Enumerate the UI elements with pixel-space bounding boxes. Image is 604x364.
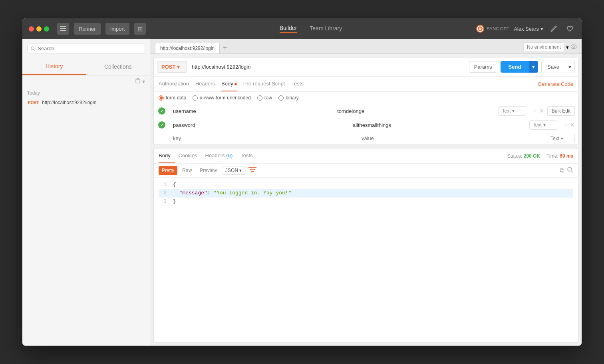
wrench-icon	[550, 25, 557, 32]
format-raw-button[interactable]: Raw	[179, 166, 195, 175]
tab-headers[interactable]: Headers	[195, 77, 215, 91]
search-response-button[interactable]	[567, 167, 573, 174]
env-chevron-icon: ▾	[566, 44, 569, 50]
minimize-button[interactable]	[36, 26, 42, 32]
bulk-edit-button[interactable]: Bulk Edit	[547, 106, 575, 116]
method-badge: POST	[28, 101, 39, 105]
time-value: 69 ms	[560, 153, 573, 159]
response-tabs-bar: Body Cookies Headers (6) Tests Status: 2…	[154, 148, 578, 164]
trash-button[interactable]	[135, 78, 141, 85]
params-button[interactable]: Params	[469, 61, 497, 73]
save-dropdown-button[interactable]: ▾	[565, 61, 575, 73]
raw-option[interactable]: raw	[257, 95, 272, 101]
send-button[interactable]: Send	[501, 61, 529, 73]
body-dot	[234, 83, 237, 85]
filter-chevron-button[interactable]: ▾	[142, 78, 145, 85]
sidebar-toggle-button[interactable]	[57, 23, 69, 35]
user-menu-button[interactable]: Alex Sears ▾	[514, 26, 543, 32]
save-button[interactable]: Save	[541, 61, 565, 73]
request-tab-url: http://localhost:9292/login	[160, 46, 215, 51]
type-chevron-icon: ▾	[512, 108, 515, 114]
tab-authorization[interactable]: Authorization	[159, 77, 189, 91]
value-input-2[interactable]	[350, 119, 529, 131]
new-tab-button[interactable]: ⊞	[134, 23, 146, 35]
format-type-label: JSON	[225, 168, 238, 173]
row-check-1[interactable]: ✓	[154, 104, 170, 118]
history-url: http://localhost:9292/login	[42, 100, 96, 105]
binary-option[interactable]: binary	[278, 95, 299, 101]
generate-code-button[interactable]: Generate Code	[538, 77, 573, 91]
nav-team-library-tab[interactable]: Team Library	[310, 25, 342, 33]
url-input[interactable]	[190, 61, 466, 72]
import-button[interactable]: Import	[105, 23, 130, 35]
tab-tests[interactable]: Tests	[291, 77, 303, 91]
binary-radio[interactable]	[278, 95, 284, 101]
type-select-1[interactable]: Text ▾	[498, 106, 526, 116]
empty-type-select[interactable]: Text ▾	[547, 134, 575, 143]
sidebar: History Collections ▾ Today POST http:	[22, 39, 150, 346]
method-label: POST	[161, 64, 175, 70]
request-tab[interactable]: http://localhost:9292/login	[155, 43, 220, 53]
environment-select[interactable]: No environment	[523, 42, 564, 52]
urlencoded-radio[interactable]	[193, 95, 198, 101]
row-check-2[interactable]: ✓	[154, 118, 170, 132]
raw-radio[interactable]	[257, 95, 262, 101]
code-key-message: "message": "You logged in. Yay you!"	[173, 189, 291, 198]
resp-tab-cookies[interactable]: Cookies	[179, 148, 202, 163]
svg-point-12	[573, 46, 574, 47]
heart-button[interactable]	[564, 23, 575, 34]
history-tab[interactable]: History	[22, 58, 86, 75]
copy-response-button[interactable]: ⧉	[560, 167, 564, 174]
row-menu-button-2[interactable]: ≡	[564, 122, 567, 128]
new-key-input[interactable]	[170, 132, 358, 144]
form-data-option[interactable]: form-data	[159, 95, 186, 101]
format-preview-button[interactable]: Preview	[197, 166, 220, 175]
type-select-2[interactable]: Text ▾	[529, 120, 557, 130]
eye-icon	[570, 44, 577, 49]
send-dropdown-button[interactable]: ▾	[529, 61, 538, 73]
sidebar-toolbar: ▾	[22, 75, 150, 87]
list-item[interactable]: POST http://localhost:9292/login	[27, 98, 145, 107]
svg-rect-1	[60, 28, 66, 29]
tab-pre-request-script[interactable]: Pre-request Script	[243, 77, 285, 91]
nav-builder-tab[interactable]: Builder	[280, 25, 297, 33]
user-chevron-icon: ▾	[540, 26, 543, 32]
sync-button[interactable]: SYNC OFF	[476, 24, 509, 33]
tab-body[interactable]: Body	[221, 77, 237, 91]
collections-tab[interactable]: Collections	[86, 58, 150, 75]
status-label: Status: 200 OK	[507, 153, 540, 159]
content-area: http://localhost:9292/login + No environ…	[150, 39, 582, 346]
value-input-1[interactable]	[334, 105, 498, 117]
method-select[interactable]: POST ▾	[157, 61, 187, 73]
headers-count: (6)	[226, 152, 232, 158]
search-input[interactable]	[38, 46, 141, 51]
response-format-bar: Pretty Raw Preview JSON ▾	[154, 164, 578, 178]
maximize-button[interactable]	[44, 26, 49, 32]
row-delete-button-2[interactable]: ✕	[570, 122, 575, 128]
row-actions-1: ≡ ✕	[529, 108, 547, 114]
urlencoded-option[interactable]: x-www-form-urlencoded	[193, 95, 250, 101]
format-pretty-button[interactable]: Pretty	[159, 166, 177, 175]
resp-tab-tests[interactable]: Tests	[240, 148, 257, 163]
resp-tab-body[interactable]: Body	[159, 148, 175, 163]
send-button-group: Send ▾	[501, 61, 538, 73]
url-bar: POST ▾ Params Send ▾ Save ▾	[154, 57, 578, 77]
add-tab-button[interactable]: +	[221, 44, 229, 51]
wrench-button[interactable]	[548, 23, 559, 34]
row-delete-button-1[interactable]: ✕	[539, 108, 544, 114]
new-value-input[interactable]	[358, 132, 547, 144]
close-button[interactable]	[29, 26, 34, 32]
format-type-select[interactable]: JSON ▾	[222, 166, 245, 175]
row-menu-button-1[interactable]: ≡	[532, 108, 536, 114]
key-input-2[interactable]	[170, 119, 350, 131]
form-data-radio[interactable]	[159, 95, 164, 101]
table-row: ✓ Text ▾ ≡ ✕ Bulk Edit	[154, 104, 578, 118]
type-label-1: Text	[502, 108, 511, 114]
svg-line-7	[34, 49, 35, 50]
heart-icon	[566, 25, 573, 32]
user-name: Alex Sears	[514, 26, 539, 32]
eye-button[interactable]	[570, 44, 577, 50]
runner-button[interactable]: Runner	[74, 23, 101, 35]
key-input-1[interactable]	[170, 105, 334, 117]
resp-tab-headers[interactable]: Headers (6)	[205, 148, 238, 163]
